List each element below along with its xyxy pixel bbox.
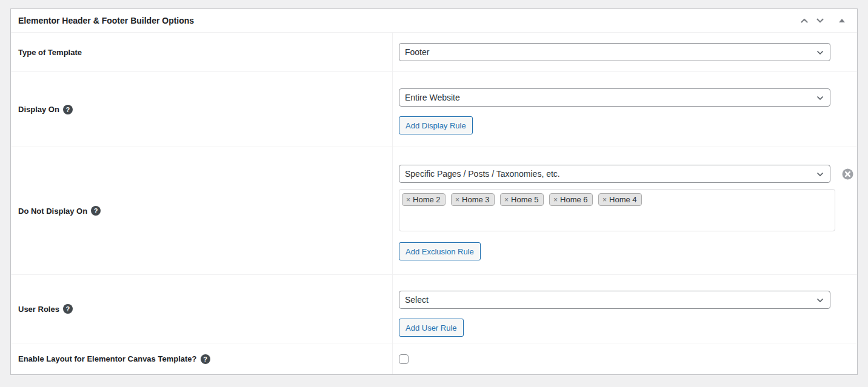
add-user-rule-button[interactable]: Add User Rule [399,319,464,337]
chevron-down-icon [815,48,825,59]
dismiss-circle-icon [842,168,853,180]
tag-remove-icon[interactable]: × [406,196,410,203]
template-type-select-value: Footer [405,47,429,57]
add-display-rule-button[interactable]: Add Display Rule [399,116,473,134]
do-not-display-on-select-value: Specific Pages / Posts / Taxonomies, etc… [405,169,560,179]
do-not-display-on-label: Do Not Display On [18,207,87,216]
user-roles-select-value: Select [405,295,429,305]
user-roles-select[interactable]: Select [399,291,830,309]
type-of-template-label: Type of Template [18,48,82,57]
tag-home-6: ×Home 6 [549,193,593,206]
exclusion-select-line: Specific Pages / Posts / Taxonomies, etc… [399,165,853,183]
display-on-label: Display On [18,105,59,114]
help-icon[interactable]: ? [63,304,73,314]
remove-rule-button[interactable] [842,168,853,180]
add-exclusion-rule-button[interactable]: Add Exclusion Rule [399,242,481,260]
row-canvas-template: Enable Layout for Elementor Canvas Templ… [11,343,857,374]
canvas-template-label: Enable Layout for Elementor Canvas Templ… [18,354,197,363]
field-cell: Select Add User Rule [393,275,857,343]
tag-remove-icon[interactable]: × [455,196,459,203]
field-cell: Entire Website Add Display Rule [393,72,857,147]
row-display-on: Display On ? Entire Website Add Display … [11,71,857,147]
tag-label: Home 2 [413,195,441,204]
row-type-of-template: Type of Template Footer [11,32,857,71]
display-on-select[interactable]: Entire Website [399,88,830,107]
label-cell: Display On ? [11,72,393,147]
field-cell: Footer [393,33,857,71]
triangle-up-icon [839,19,845,22]
canvas-template-checkbox[interactable] [399,354,409,364]
user-roles-label: User Roles [18,305,59,314]
tag-label: Home 3 [462,195,490,204]
tag-home-2: ×Home 2 [402,193,446,206]
metabox-header: Elementor Header & Footer Builder Option… [11,9,857,32]
metabox-handle-actions [796,13,850,28]
tag-remove-icon[interactable]: × [603,196,607,203]
row-do-not-display-on: Do Not Display On ? Specific Pages / Pos… [11,147,857,274]
chevron-up-icon [800,16,809,25]
metabox-elementor-hf-options: Elementor Header & Footer Builder Option… [10,8,858,375]
tag-remove-icon[interactable]: × [553,196,558,203]
chevron-down-icon [815,170,825,181]
do-not-display-on-select[interactable]: Specific Pages / Posts / Taxonomies, etc… [399,165,830,183]
label-cell: User Roles ? [11,275,393,343]
help-icon[interactable]: ? [63,105,73,114]
move-down-button[interactable] [812,13,828,28]
tag-home-3: ×Home 3 [451,193,495,206]
chevron-down-icon [815,296,825,307]
label-cell: Type of Template [11,33,393,71]
tag-home-4: ×Home 4 [598,193,642,206]
label-cell: Do Not Display On ? [11,147,393,274]
tag-home-5: ×Home 5 [500,193,544,206]
chevron-down-icon [815,93,825,105]
display-on-select-value: Entire Website [405,93,460,102]
tag-label: Home 5 [511,195,539,204]
tag-label: Home 4 [609,195,637,204]
excluded-pages-multiselect[interactable]: ×Home 2 ×Home 3 ×Home 5 ×Home 6 ×Home 4 [399,189,835,231]
help-icon[interactable]: ? [91,206,101,216]
help-icon[interactable]: ? [201,354,210,364]
chevron-down-icon [815,16,825,25]
metabox-title: Elementor Header & Footer Builder Option… [18,16,194,25]
move-up-button[interactable] [796,13,812,28]
tag-remove-icon[interactable]: × [504,196,509,203]
row-user-roles: User Roles ? Select Add User Rule [11,274,857,343]
field-cell: Specific Pages / Posts / Taxonomies, etc… [393,147,857,274]
toggle-panel-button[interactable] [834,13,850,28]
field-cell [393,343,857,374]
label-cell: Enable Layout for Elementor Canvas Templ… [11,343,393,374]
template-type-select[interactable]: Footer [399,43,830,61]
tag-label: Home 6 [560,195,588,204]
